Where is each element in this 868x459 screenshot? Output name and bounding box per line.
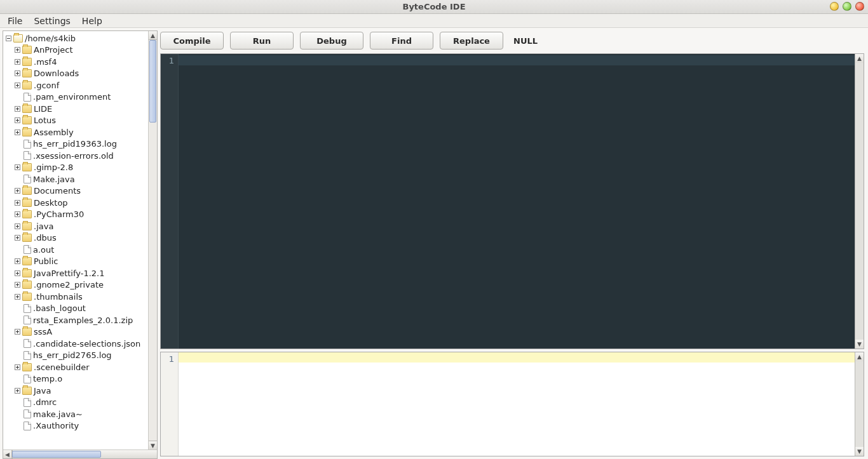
folder-icon [22,269,32,277]
expand-icon[interactable] [15,294,20,300]
maximize-button[interactable] [843,2,851,11]
tree-row[interactable]: temp.o [3,373,148,385]
scroll-down-icon[interactable]: ▼ [149,441,157,449]
expand-icon[interactable] [15,70,20,76]
gutter-line-number: 1 [161,354,174,364]
tree-row[interactable]: .dmrc [3,397,148,409]
tree-row[interactable]: hs_err_pid2765.log [3,350,148,362]
tree-row[interactable]: .scenebuilder [3,361,148,373]
close-button[interactable] [855,2,864,11]
tree-row[interactable]: .Xauthority [3,420,148,432]
editor-text-area[interactable] [179,54,855,349]
scroll-left-icon[interactable]: ◀ [3,450,12,458]
debug-button[interactable]: Debug [300,32,363,50]
tree-vertical-scrollbar[interactable]: ▲ ▼ [148,31,157,449]
expand-icon[interactable] [15,83,20,88]
code-editor[interactable]: 1 ▲ ▼ [160,53,864,349]
file-icon [24,339,31,348]
tree-row[interactable]: JavaPrettify-1.2.1 [3,267,148,279]
tree-row[interactable]: sssA [3,326,148,338]
tree-row[interactable]: .gnome2_private [3,279,148,291]
tree-row[interactable]: .msf4 [3,56,148,68]
expand-icon[interactable] [15,117,20,123]
console-text-area[interactable] [179,352,855,456]
expand-icon[interactable] [15,235,20,241]
expand-icon[interactable] [15,188,20,194]
file-tree[interactable]: /home/s4kibAnProject.msf4Downloads.gconf… [3,31,148,449]
menu-file[interactable]: File [3,15,27,27]
tree-row[interactable]: a.out [3,244,148,256]
file-icon [24,409,31,418]
replace-button[interactable]: Replace [440,32,503,50]
tree-row[interactable]: LIDE [3,103,148,115]
scroll-thumb[interactable] [149,40,156,123]
tree-item-label: .gnome2_private [34,280,104,289]
expand-icon[interactable] [15,211,20,217]
editor-vertical-scrollbar[interactable]: ▲ ▼ [855,54,864,349]
minimize-button[interactable] [830,2,839,11]
expand-icon[interactable] [15,258,20,264]
tree-row[interactable]: .dbus [3,232,148,244]
scroll-up-icon[interactable]: ▲ [149,31,157,40]
tree-row[interactable]: .thumbnails [3,291,148,303]
output-console[interactable]: 1 ▲ ▼ [160,352,864,456]
tree-item-label: .pam_environment [33,92,111,102]
tree-row[interactable]: Downloads [3,68,148,80]
tree-row[interactable]: make.java~ [3,408,148,420]
tree-row[interactable]: .bash_logout [3,303,148,315]
collapse-icon[interactable] [6,36,11,41]
tree-row[interactable]: Desktop [3,197,148,209]
folder-icon [22,281,32,289]
menu-help[interactable]: Help [77,15,107,27]
tree-row[interactable]: Make.java [3,173,148,185]
tree-item-label: Documents [34,186,81,196]
tree-row[interactable]: .xsession-errors.old [3,150,148,162]
tree-row[interactable]: Documents [3,185,148,197]
expand-icon[interactable] [15,200,20,206]
folder-icon [22,210,32,218]
scroll-thumb[interactable] [12,451,101,458]
console-vertical-scrollbar[interactable]: ▲ ▼ [855,352,864,456]
tree-row[interactable]: Lotus [3,115,148,127]
menu-settings[interactable]: Settings [29,15,75,27]
expand-icon[interactable] [15,223,20,229]
expand-icon[interactable] [15,130,20,135]
tree-row[interactable]: .java [3,220,148,232]
tree-row[interactable]: .candidate-selections.json [3,338,148,350]
expand-icon[interactable] [15,106,20,112]
tree-row[interactable]: .gconf [3,79,148,91]
scroll-up-icon[interactable]: ▲ [855,54,864,63]
tree-row[interactable]: Public [3,256,148,268]
expand-icon[interactable] [15,282,20,288]
tree-row[interactable]: hs_err_pid19363.log [3,138,148,150]
menubar: File Settings Help [0,14,868,28]
find-button[interactable]: Find [370,32,433,50]
compile-button[interactable]: Compile [160,32,224,50]
tree-row[interactable]: .PyCharm30 [3,209,148,221]
tree-item-label: .thumbnails [34,292,83,302]
run-button[interactable]: Run [230,32,294,50]
expand-icon[interactable] [15,47,20,53]
scroll-down-icon[interactable]: ▼ [855,340,864,349]
tree-row[interactable]: AnProject [3,44,148,57]
folder-icon [22,187,32,195]
folder-icon [13,34,23,43]
expand-icon[interactable] [15,270,20,276]
tree-row[interactable]: .pam_environment [3,91,148,103]
tree-row[interactable]: Java [3,385,148,397]
expand-icon[interactable] [15,164,20,170]
tree-row[interactable]: .gimp-2.8 [3,162,148,174]
expand-icon[interactable] [15,364,20,370]
tree-row[interactable]: rsta_Examples_2.0.1.zip [3,314,148,326]
expand-icon[interactable] [15,329,20,335]
tree-item-label: a.out [33,245,54,255]
scroll-down-icon[interactable]: ▼ [855,447,864,456]
file-icon [24,375,31,383]
tree-row[interactable]: Assembly [3,126,148,138]
tree-item-label: .bash_logout [33,303,86,313]
expand-icon[interactable] [15,388,20,394]
tree-row[interactable]: /home/s4kib [3,32,148,44]
expand-icon[interactable] [15,59,20,65]
scroll-up-icon[interactable]: ▲ [855,352,864,361]
tree-horizontal-scrollbar[interactable]: ◀ ▶ [3,449,157,458]
